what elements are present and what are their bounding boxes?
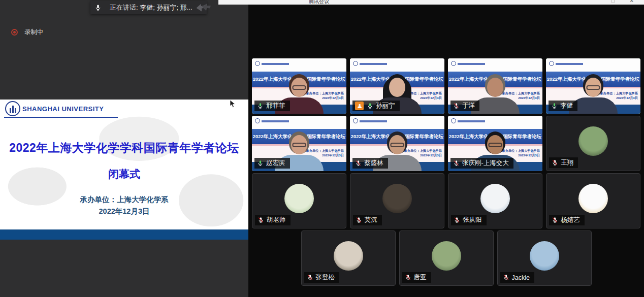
- participant-tile[interactable]: 胡老师: [252, 173, 346, 228]
- name-label: 孙丽宁: [352, 101, 400, 111]
- face: [389, 78, 405, 97]
- participant-name: 张登松: [316, 273, 335, 282]
- name-label: 蔡盛林: [352, 158, 388, 169]
- glasses: [391, 143, 404, 147]
- name-label: 莫沉: [353, 215, 382, 225]
- mini-logo-text: [262, 120, 289, 122]
- glasses: [587, 85, 600, 90]
- mini-logo-text: [556, 63, 583, 65]
- video-grid-row: 胡老师 莫沉 张从阳 杨婧艺: [252, 173, 644, 228]
- recording-icon: [11, 29, 18, 36]
- university-logo-icon: [5, 101, 20, 116]
- participant-name: 张庆刚-上海交大: [462, 159, 509, 168]
- participant-name: 孙丽宁: [376, 102, 395, 110]
- maximize-button[interactable]: □: [611, 0, 615, 4]
- slide-subtitle: 闭幕式: [0, 167, 248, 181]
- close-button[interactable]: ✕: [630, 0, 634, 4]
- mini-logo-icon: [353, 118, 358, 123]
- mic-on-icon: [367, 103, 373, 109]
- video-grid-row: 2022年上海大学化学学科国际青年学者论坛承办单位：上海大学化学系2022年12…: [252, 116, 644, 171]
- avatar: [382, 184, 412, 213]
- mic-muted-icon: [257, 217, 264, 223]
- participant-tile[interactable]: 2022年上海大学化学学科国际青年学者论坛承办单位：上海大学化学系2022年12…: [350, 116, 444, 171]
- participant-tile[interactable]: 2022年上海大学化学学科国际青年学者论坛承办单位：上海大学化学系2022年12…: [448, 116, 542, 171]
- mic-muted-icon: [355, 160, 362, 167]
- participant-name: 王翔: [561, 158, 573, 167]
- reply-icon: [201, 2, 211, 12]
- avatar: [480, 184, 510, 213]
- name-label: Jackie: [500, 272, 534, 283]
- participant-name: 胡老师: [267, 216, 286, 224]
- participant-name: 于洋: [462, 102, 475, 110]
- participant-name: 李健: [560, 102, 573, 110]
- participant-tile[interactable]: 王翔: [546, 116, 640, 171]
- mic-muted-icon: [405, 274, 411, 281]
- mic-muted-icon: [307, 274, 313, 281]
- participant-tile[interactable]: 2022年上海大学化学学科国际青年学者论坛承办单位：上海大学化学系2022年12…: [252, 116, 346, 171]
- name-label: 王翔: [549, 157, 578, 168]
- participant-tile[interactable]: 杨婧艺: [546, 173, 640, 228]
- mic-muted-icon: [503, 274, 509, 281]
- window-titlebar[interactable]: 腾讯会议 □ ✕: [218, 0, 644, 5]
- name-label: 胡老师: [255, 215, 291, 225]
- participant-tile[interactable]: Jackie: [497, 230, 592, 286]
- presentation-slide: SHANGHAI UNIVERSITY 2022年上海大学化学学科国际青年学者论…: [0, 100, 248, 240]
- mini-logo-text: [262, 63, 289, 65]
- mini-slide-header: [350, 116, 444, 129]
- participant-tile[interactable]: 2022年上海大学化学学科国际青年学者论坛承办单位：上海大学化学系2022年12…: [252, 58, 346, 114]
- mini-slide-header: [350, 58, 444, 72]
- participant-name: 赵宏滨: [266, 159, 285, 168]
- slide-date: 2022年12月3日: [0, 207, 248, 216]
- mini-slide-header: [448, 58, 542, 72]
- participant-name: 唐亚: [414, 273, 427, 282]
- mic-on-icon: [257, 103, 264, 109]
- microphone-icon: [94, 4, 102, 11]
- speaking-banner[interactable]: 正在讲话: 李健; 孙丽宁; 邢...: [90, 1, 207, 14]
- mic-muted-icon: [453, 160, 460, 167]
- mini-slide-header: [546, 58, 640, 72]
- university-logo-text: SHANGHAI UNIVERSITY: [22, 105, 104, 113]
- speaking-label: 正在讲话: 李健; 孙丽宁; 邢...: [110, 3, 192, 12]
- mini-logo-text: [458, 120, 485, 122]
- participant-name: 蔡盛林: [364, 159, 383, 168]
- face: [487, 78, 503, 97]
- host-badge-icon: [355, 102, 364, 110]
- participant-tile[interactable]: 唐亚: [399, 230, 494, 286]
- mini-logo-icon: [255, 61, 260, 66]
- mic-muted-icon: [552, 159, 558, 166]
- mouse-cursor: [230, 100, 236, 108]
- glasses: [293, 143, 306, 147]
- video-grid-row: 张登松 唐亚 Jackie: [248, 230, 644, 286]
- avatar: [530, 241, 559, 271]
- name-label: 张庆刚-上海交大: [450, 158, 513, 169]
- mic-muted-icon: [454, 217, 460, 223]
- mini-logo-text: [360, 120, 387, 122]
- avatar: [578, 126, 608, 156]
- mini-slide-header: [252, 58, 346, 72]
- participant-tile[interactable]: 张从阳: [448, 173, 542, 228]
- mic-on-icon: [257, 160, 264, 167]
- recording-indicator: 录制中: [11, 28, 44, 37]
- mini-logo-icon: [451, 118, 456, 123]
- logo-underline: [4, 117, 118, 118]
- name-label: 邢菲菲: [254, 101, 290, 111]
- participant-tile[interactable]: 2022年上海大学化学学科国际青年学者论坛承办单位：上海大学化学系2022年12…: [546, 58, 640, 114]
- shared-screen-panel: 录制中 SHANGHAI UNIVERSITY 2022年上海大学化学学科国际青…: [0, 0, 248, 297]
- participant-tile[interactable]: 张登松: [301, 230, 396, 286]
- name-label: 杨婧艺: [549, 215, 585, 225]
- participant-name: 杨婧艺: [561, 216, 580, 224]
- glasses: [489, 143, 502, 147]
- name-label: 赵宏滨: [254, 158, 290, 169]
- participant-name: 莫沉: [365, 216, 377, 224]
- avatar: [578, 184, 608, 213]
- mini-logo-icon: [353, 61, 358, 66]
- name-label: 唐亚: [402, 272, 431, 283]
- banner-arrow-icons: [197, 4, 214, 12]
- mini-logo-text: [458, 63, 485, 65]
- name-label: 张从阳: [451, 215, 487, 225]
- participant-tile[interactable]: 2022年上海大学化学学科国际青年学者论坛承办单位：上海大学化学系2022年12…: [350, 58, 444, 114]
- participant-tile[interactable]: 莫沉: [350, 173, 444, 228]
- video-grid-row: 2022年上海大学化学学科国际青年学者论坛承办单位：上海大学化学系2022年12…: [252, 58, 644, 114]
- avatar: [334, 241, 363, 271]
- participant-tile[interactable]: 2022年上海大学化学学科国际青年学者论坛承办单位：上海大学化学系2022年12…: [448, 58, 542, 114]
